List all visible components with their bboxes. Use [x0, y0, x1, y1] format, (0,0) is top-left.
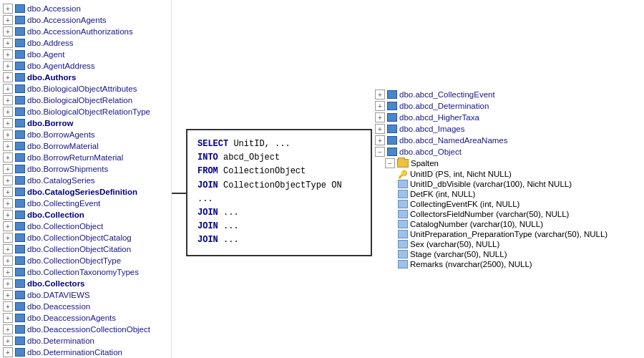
column-row[interactable]: DetFK (int, NULL): [372, 189, 644, 199]
right-tree-item[interactable]: +dbo.abcd_Images: [372, 123, 644, 135]
right-tree-item[interactable]: +dbo.abcd_NamedAreaNames: [372, 135, 644, 146]
expand-icon[interactable]: +: [3, 72, 13, 82]
expand-icon[interactable]: +: [3, 130, 13, 140]
expanded-table-row[interactable]: −dbo.abcd_Object: [372, 146, 644, 158]
expand-icon[interactable]: +: [3, 233, 13, 243]
table-icon: [387, 136, 397, 145]
expand-icon[interactable]: +: [3, 347, 13, 357]
expand-icon[interactable]: +: [3, 301, 13, 311]
expand-icon[interactable]: +: [3, 4, 13, 14]
expand-icon[interactable]: +: [375, 112, 385, 122]
right-tree-item[interactable]: +dbo.abcd_HigherTaxa: [372, 112, 644, 123]
expand-icon[interactable]: +: [3, 267, 13, 277]
left-tree-item[interactable]: +dbo.BiologicalObjectRelation: [0, 95, 171, 106]
left-tree-item[interactable]: +dbo.DeaccessionAgents: [0, 312, 171, 324]
item-label: dbo.CollectionObjectCatalog: [27, 233, 132, 242]
item-label: dbo.DATAVIEWS: [27, 291, 90, 299]
column-row[interactable]: Remarks (nvarchar(2500), NULL): [372, 259, 644, 269]
expand-icon[interactable]: +: [375, 90, 385, 100]
expand-icon[interactable]: +: [3, 49, 13, 59]
expand-icon[interactable]: +: [3, 107, 13, 117]
expand-icon[interactable]: +: [3, 26, 13, 37]
left-tree-item[interactable]: +dbo.CollectionObjectCatalog: [0, 232, 171, 243]
column-label: CollectingEventFK (int, NULL): [410, 200, 519, 208]
expand-icon[interactable]: +: [3, 15, 13, 25]
left-tree-item[interactable]: +dbo.CollectionObjectType: [0, 255, 171, 266]
left-tree-item[interactable]: +dbo.DeterminationCitation: [0, 347, 171, 358]
left-panel[interactable]: +dbo.Accession+dbo.AccessionAgents+dbo.A…: [0, 0, 172, 358]
expand-icon[interactable]: +: [3, 61, 13, 71]
left-tree-item[interactable]: +dbo.CollectionTaxonomyTypes: [0, 266, 171, 278]
table-icon: [15, 50, 25, 59]
expand-icon[interactable]: +: [3, 141, 13, 151]
column-row[interactable]: CollectorsFieldNumber (varchar(50), NULL…: [372, 209, 644, 219]
left-tree-item[interactable]: +dbo.BorrowShipments: [0, 163, 171, 175]
expand-icon[interactable]: +: [3, 313, 13, 323]
right-tree-item[interactable]: +dbo.abcd_CollectingEvent: [372, 89, 644, 100]
left-tree-item[interactable]: +dbo.BorrowMaterial: [0, 140, 171, 152]
expand-icon[interactable]: +: [375, 135, 385, 145]
left-tree-item[interactable]: +dbo.CollectionObjectCitation: [0, 243, 171, 255]
left-tree-item[interactable]: +dbo.DATAVIEWS: [0, 289, 171, 301]
left-tree-item[interactable]: +dbo.Agent: [0, 49, 171, 60]
right-panel[interactable]: +dbo.abcd_CollectingEvent+dbo.abcd_Deter…: [372, 0, 644, 358]
left-tree-item[interactable]: +dbo.CatalogSeriesDefinition: [0, 186, 171, 198]
expand-icon[interactable]: +: [3, 95, 13, 105]
expand-icon[interactable]: +: [3, 221, 13, 231]
left-tree-item[interactable]: +dbo.BorrowAgents: [0, 129, 171, 140]
expand-icon[interactable]: +: [3, 279, 13, 289]
expand-icon[interactable]: +: [3, 175, 13, 185]
expand-icon[interactable]: +: [3, 164, 13, 174]
left-tree-item[interactable]: +dbo.Accession: [0, 3, 171, 14]
left-tree-item[interactable]: +dbo.BiologicalObjectAttributes: [0, 83, 171, 95]
expand-icon[interactable]: +: [3, 290, 13, 300]
expand-icon[interactable]: +: [375, 101, 385, 111]
left-tree-item[interactable]: +dbo.Authors: [0, 72, 171, 83]
column-row[interactable]: 🔑UnitID (PS, int, Nicht NULL): [372, 169, 644, 179]
left-tree-item[interactable]: +dbo.AccessionAuthorizations: [0, 26, 171, 37]
table-icon: [15, 302, 25, 311]
expand-icon[interactable]: +: [375, 124, 385, 134]
table-icon: [387, 90, 397, 99]
expand-icon[interactable]: +: [3, 198, 13, 208]
column-label: UnitID_dbVisible (varchar(100), Nicht NU…: [410, 180, 572, 188]
left-tree-item[interactable]: +dbo.Collection: [0, 209, 171, 221]
expand-icon[interactable]: +: [3, 118, 13, 128]
sql-line: JOIN ...: [197, 206, 361, 220]
expand-icon[interactable]: +: [3, 324, 13, 334]
left-tree-item[interactable]: +dbo.Determination: [0, 335, 171, 347]
left-tree-item[interactable]: +dbo.Deaccession: [0, 301, 171, 312]
left-tree-item[interactable]: +dbo.AgentAddress: [0, 60, 171, 72]
column-row[interactable]: CatalogNumber (varchar(10), NULL): [372, 219, 644, 229]
left-tree-item[interactable]: +dbo.AccessionAgents: [0, 14, 171, 26]
expand-icon[interactable]: +: [3, 336, 13, 346]
collapse-icon[interactable]: −: [375, 147, 385, 157]
left-tree-item[interactable]: +dbo.DeaccessionCollectionObject: [0, 324, 171, 335]
column-row[interactable]: UnitPreparation_PreparationType (varchar…: [372, 229, 644, 239]
folder-collapse-icon[interactable]: −: [385, 158, 395, 168]
left-tree-item[interactable]: +dbo.CollectingEvent: [0, 198, 171, 209]
column-row[interactable]: Stage (varchar(50), NULL): [372, 249, 644, 259]
right-item-label: dbo.abcd_NamedAreaNames: [399, 136, 508, 145]
folder-row[interactable]: −Spalten: [372, 158, 644, 169]
expand-icon[interactable]: +: [3, 153, 13, 163]
expand-icon[interactable]: +: [3, 38, 13, 48]
expand-icon[interactable]: +: [3, 187, 13, 197]
column-row[interactable]: CollectingEventFK (int, NULL): [372, 199, 644, 209]
table-icon: [15, 62, 25, 70]
expand-icon[interactable]: +: [3, 84, 13, 94]
left-tree-item[interactable]: +dbo.Address: [0, 37, 171, 49]
expand-icon[interactable]: +: [3, 256, 13, 266]
left-tree-item[interactable]: +dbo.BiologicalObjectRelationType: [0, 106, 171, 117]
table-label: dbo.abcd_Object: [399, 147, 462, 156]
left-tree-item[interactable]: +dbo.CatalogSeries: [0, 175, 171, 186]
right-tree-item[interactable]: +dbo.abcd_Determination: [372, 100, 644, 112]
expand-icon[interactable]: +: [3, 244, 13, 254]
column-row[interactable]: UnitID_dbVisible (varchar(100), Nicht NU…: [372, 179, 644, 189]
left-tree-item[interactable]: +dbo.Collectors: [0, 278, 171, 289]
left-tree-item[interactable]: +dbo.BorrowReturnMaterial: [0, 152, 171, 163]
left-tree-item[interactable]: +dbo.CollectionObject: [0, 221, 171, 232]
left-tree-item[interactable]: +dbo.Borrow: [0, 117, 171, 129]
expand-icon[interactable]: +: [3, 210, 13, 220]
column-row[interactable]: Sex (varchar(50), NULL): [372, 239, 644, 249]
